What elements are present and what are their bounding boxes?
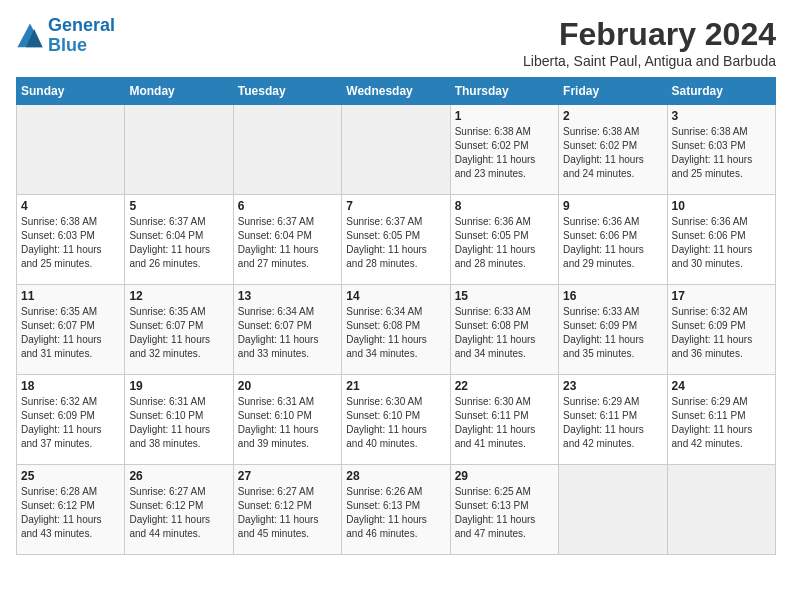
day-info: Sunrise: 6:32 AM Sunset: 6:09 PM Dayligh… <box>672 305 771 361</box>
day-info: Sunrise: 6:25 AM Sunset: 6:13 PM Dayligh… <box>455 485 554 541</box>
day-info: Sunrise: 6:37 AM Sunset: 6:04 PM Dayligh… <box>129 215 228 271</box>
day-info: Sunrise: 6:26 AM Sunset: 6:13 PM Dayligh… <box>346 485 445 541</box>
day-info: Sunrise: 6:28 AM Sunset: 6:12 PM Dayligh… <box>21 485 120 541</box>
day-number: 23 <box>563 379 662 393</box>
logo: General Blue <box>16 16 115 56</box>
page-header: General Blue February 2024 Liberta, Sain… <box>16 16 776 69</box>
day-number: 29 <box>455 469 554 483</box>
calendar-cell: 20Sunrise: 6:31 AM Sunset: 6:10 PM Dayli… <box>233 375 341 465</box>
calendar-cell <box>233 105 341 195</box>
day-number: 4 <box>21 199 120 213</box>
day-info: Sunrise: 6:33 AM Sunset: 6:09 PM Dayligh… <box>563 305 662 361</box>
calendar-cell: 21Sunrise: 6:30 AM Sunset: 6:10 PM Dayli… <box>342 375 450 465</box>
calendar-week-1: 1Sunrise: 6:38 AM Sunset: 6:02 PM Daylig… <box>17 105 776 195</box>
calendar-cell: 17Sunrise: 6:32 AM Sunset: 6:09 PM Dayli… <box>667 285 775 375</box>
calendar-cell: 28Sunrise: 6:26 AM Sunset: 6:13 PM Dayli… <box>342 465 450 555</box>
calendar-cell: 5Sunrise: 6:37 AM Sunset: 6:04 PM Daylig… <box>125 195 233 285</box>
day-info: Sunrise: 6:27 AM Sunset: 6:12 PM Dayligh… <box>238 485 337 541</box>
day-number: 15 <box>455 289 554 303</box>
weekday-header-tuesday: Tuesday <box>233 78 341 105</box>
day-number: 6 <box>238 199 337 213</box>
day-number: 28 <box>346 469 445 483</box>
logo-text: General Blue <box>48 16 115 56</box>
weekday-header-wednesday: Wednesday <box>342 78 450 105</box>
day-number: 22 <box>455 379 554 393</box>
location-subtitle: Liberta, Saint Paul, Antigua and Barbuda <box>523 53 776 69</box>
day-info: Sunrise: 6:31 AM Sunset: 6:10 PM Dayligh… <box>129 395 228 451</box>
calendar-cell: 10Sunrise: 6:36 AM Sunset: 6:06 PM Dayli… <box>667 195 775 285</box>
weekday-header-friday: Friday <box>559 78 667 105</box>
day-info: Sunrise: 6:35 AM Sunset: 6:07 PM Dayligh… <box>21 305 120 361</box>
month-title: February 2024 <box>523 16 776 53</box>
calendar-week-5: 25Sunrise: 6:28 AM Sunset: 6:12 PM Dayli… <box>17 465 776 555</box>
day-info: Sunrise: 6:29 AM Sunset: 6:11 PM Dayligh… <box>672 395 771 451</box>
day-number: 21 <box>346 379 445 393</box>
calendar-cell: 22Sunrise: 6:30 AM Sunset: 6:11 PM Dayli… <box>450 375 558 465</box>
day-info: Sunrise: 6:36 AM Sunset: 6:06 PM Dayligh… <box>672 215 771 271</box>
calendar-cell: 19Sunrise: 6:31 AM Sunset: 6:10 PM Dayli… <box>125 375 233 465</box>
day-number: 20 <box>238 379 337 393</box>
day-number: 9 <box>563 199 662 213</box>
day-number: 2 <box>563 109 662 123</box>
day-info: Sunrise: 6:30 AM Sunset: 6:10 PM Dayligh… <box>346 395 445 451</box>
calendar-cell: 11Sunrise: 6:35 AM Sunset: 6:07 PM Dayli… <box>17 285 125 375</box>
weekday-header-monday: Monday <box>125 78 233 105</box>
day-number: 5 <box>129 199 228 213</box>
calendar-cell <box>17 105 125 195</box>
day-info: Sunrise: 6:38 AM Sunset: 6:02 PM Dayligh… <box>563 125 662 181</box>
day-info: Sunrise: 6:38 AM Sunset: 6:03 PM Dayligh… <box>21 215 120 271</box>
calendar-cell: 9Sunrise: 6:36 AM Sunset: 6:06 PM Daylig… <box>559 195 667 285</box>
calendar-cell: 7Sunrise: 6:37 AM Sunset: 6:05 PM Daylig… <box>342 195 450 285</box>
calendar-cell: 3Sunrise: 6:38 AM Sunset: 6:03 PM Daylig… <box>667 105 775 195</box>
weekday-header-sunday: Sunday <box>17 78 125 105</box>
calendar-cell <box>667 465 775 555</box>
day-number: 12 <box>129 289 228 303</box>
calendar-cell: 25Sunrise: 6:28 AM Sunset: 6:12 PM Dayli… <box>17 465 125 555</box>
calendar-cell: 29Sunrise: 6:25 AM Sunset: 6:13 PM Dayli… <box>450 465 558 555</box>
day-number: 10 <box>672 199 771 213</box>
calendar-cell: 1Sunrise: 6:38 AM Sunset: 6:02 PM Daylig… <box>450 105 558 195</box>
title-block: February 2024 Liberta, Saint Paul, Antig… <box>523 16 776 69</box>
day-info: Sunrise: 6:37 AM Sunset: 6:04 PM Dayligh… <box>238 215 337 271</box>
day-info: Sunrise: 6:37 AM Sunset: 6:05 PM Dayligh… <box>346 215 445 271</box>
day-number: 14 <box>346 289 445 303</box>
day-info: Sunrise: 6:32 AM Sunset: 6:09 PM Dayligh… <box>21 395 120 451</box>
calendar-week-3: 11Sunrise: 6:35 AM Sunset: 6:07 PM Dayli… <box>17 285 776 375</box>
day-number: 13 <box>238 289 337 303</box>
day-number: 17 <box>672 289 771 303</box>
weekday-header-thursday: Thursday <box>450 78 558 105</box>
day-number: 25 <box>21 469 120 483</box>
calendar-cell: 16Sunrise: 6:33 AM Sunset: 6:09 PM Dayli… <box>559 285 667 375</box>
day-number: 3 <box>672 109 771 123</box>
calendar-cell: 8Sunrise: 6:36 AM Sunset: 6:05 PM Daylig… <box>450 195 558 285</box>
weekday-header-saturday: Saturday <box>667 78 775 105</box>
calendar-cell: 18Sunrise: 6:32 AM Sunset: 6:09 PM Dayli… <box>17 375 125 465</box>
day-info: Sunrise: 6:34 AM Sunset: 6:08 PM Dayligh… <box>346 305 445 361</box>
logo-icon <box>16 22 44 50</box>
day-number: 7 <box>346 199 445 213</box>
day-info: Sunrise: 6:31 AM Sunset: 6:10 PM Dayligh… <box>238 395 337 451</box>
day-number: 26 <box>129 469 228 483</box>
calendar-cell: 2Sunrise: 6:38 AM Sunset: 6:02 PM Daylig… <box>559 105 667 195</box>
calendar-cell: 13Sunrise: 6:34 AM Sunset: 6:07 PM Dayli… <box>233 285 341 375</box>
day-info: Sunrise: 6:34 AM Sunset: 6:07 PM Dayligh… <box>238 305 337 361</box>
calendar-week-4: 18Sunrise: 6:32 AM Sunset: 6:09 PM Dayli… <box>17 375 776 465</box>
day-number: 27 <box>238 469 337 483</box>
calendar-week-2: 4Sunrise: 6:38 AM Sunset: 6:03 PM Daylig… <box>17 195 776 285</box>
calendar-cell: 24Sunrise: 6:29 AM Sunset: 6:11 PM Dayli… <box>667 375 775 465</box>
weekday-header-row: SundayMondayTuesdayWednesdayThursdayFrid… <box>17 78 776 105</box>
calendar-cell <box>125 105 233 195</box>
day-info: Sunrise: 6:35 AM Sunset: 6:07 PM Dayligh… <box>129 305 228 361</box>
calendar-cell: 4Sunrise: 6:38 AM Sunset: 6:03 PM Daylig… <box>17 195 125 285</box>
day-info: Sunrise: 6:30 AM Sunset: 6:11 PM Dayligh… <box>455 395 554 451</box>
calendar-cell: 6Sunrise: 6:37 AM Sunset: 6:04 PM Daylig… <box>233 195 341 285</box>
day-number: 19 <box>129 379 228 393</box>
calendar-cell: 23Sunrise: 6:29 AM Sunset: 6:11 PM Dayli… <box>559 375 667 465</box>
day-info: Sunrise: 6:27 AM Sunset: 6:12 PM Dayligh… <box>129 485 228 541</box>
calendar-cell: 27Sunrise: 6:27 AM Sunset: 6:12 PM Dayli… <box>233 465 341 555</box>
day-number: 1 <box>455 109 554 123</box>
calendar-cell <box>559 465 667 555</box>
day-number: 16 <box>563 289 662 303</box>
day-info: Sunrise: 6:38 AM Sunset: 6:03 PM Dayligh… <box>672 125 771 181</box>
day-number: 24 <box>672 379 771 393</box>
